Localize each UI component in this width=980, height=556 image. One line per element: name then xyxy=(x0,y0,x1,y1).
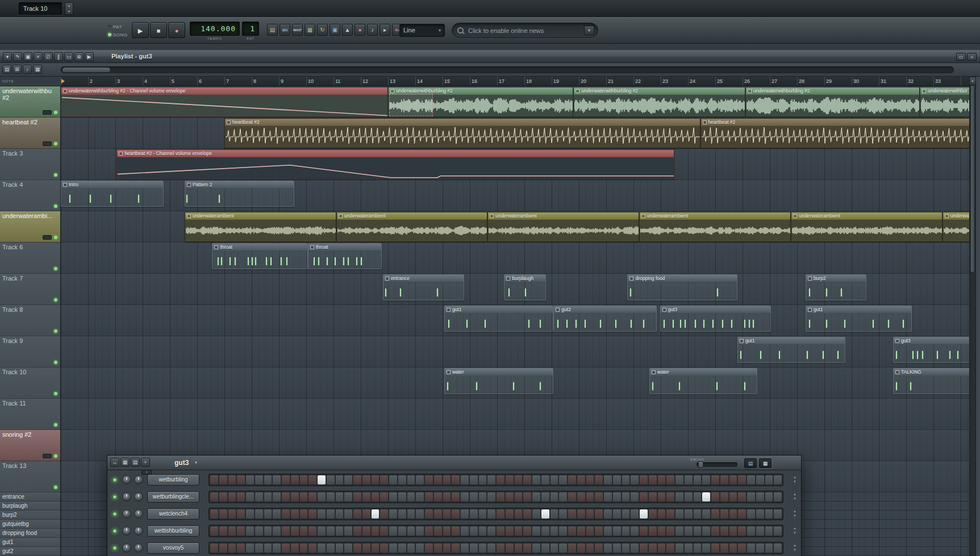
step-cell[interactable] xyxy=(559,492,567,501)
step-cell[interactable] xyxy=(711,475,719,484)
step-cell[interactable] xyxy=(658,492,666,501)
step-cell[interactable] xyxy=(702,509,710,519)
step-cell[interactable] xyxy=(649,509,657,519)
track-header[interactable]: Track 4 xyxy=(0,180,60,211)
pat-label[interactable]: PAT xyxy=(113,24,122,30)
step-cell[interactable] xyxy=(506,509,514,519)
step-cell[interactable] xyxy=(219,492,227,501)
step-cell[interactable] xyxy=(353,492,361,501)
audio-clip[interactable]: underwaterambient xyxy=(943,212,969,242)
step-cell[interactable] xyxy=(720,509,728,519)
clip-header[interactable]: Intro xyxy=(61,181,163,189)
step-cell[interactable] xyxy=(595,475,603,484)
step-cell[interactable] xyxy=(389,475,397,484)
step-cell[interactable] xyxy=(434,492,442,501)
step-cell[interactable] xyxy=(729,509,737,519)
mute-tool-icon[interactable]: ∅ xyxy=(44,52,53,61)
step-cell[interactable] xyxy=(586,475,594,484)
play-button[interactable]: ▶ xyxy=(132,22,149,38)
step-cell[interactable] xyxy=(720,492,728,501)
step-cell[interactable] xyxy=(479,526,487,536)
step-cell[interactable] xyxy=(380,492,388,501)
maximize-button[interactable]: ▭ xyxy=(956,53,966,61)
step-cell[interactable] xyxy=(372,526,380,536)
step-cell[interactable] xyxy=(452,492,460,501)
tempo-display[interactable]: 140.000 xyxy=(190,22,240,36)
step-cell[interactable] xyxy=(228,492,236,501)
rack-grid-icon[interactable]: ▦ xyxy=(120,458,130,467)
step-cell[interactable] xyxy=(487,492,495,501)
track-header[interactable]: underwaterwithbu #2 xyxy=(0,86,60,118)
scroll-up-icon[interactable]: ▲ xyxy=(970,77,975,84)
step-cell[interactable] xyxy=(398,509,406,519)
step-cell[interactable] xyxy=(640,509,648,519)
step-cell[interactable] xyxy=(246,475,254,484)
step-cell[interactable] xyxy=(434,509,442,519)
pattern-clip[interactable]: gut3 xyxy=(660,306,772,332)
horizontal-scrollbar[interactable] xyxy=(61,66,954,73)
track-header[interactable]: gutquietbg xyxy=(0,520,60,529)
step-cell[interactable] xyxy=(389,544,397,553)
step-cell[interactable] xyxy=(353,509,361,519)
step-cell[interactable] xyxy=(246,526,254,536)
step-cell[interactable] xyxy=(523,509,531,519)
step-cell[interactable] xyxy=(568,544,576,553)
step-cell[interactable] xyxy=(541,475,549,484)
step-cell[interactable] xyxy=(264,544,272,553)
pattern-clip[interactable]: gut2 xyxy=(553,306,657,332)
step-cell[interactable] xyxy=(470,492,478,501)
channel-led[interactable] xyxy=(112,512,117,516)
countdown-icon[interactable]: 321 xyxy=(280,24,290,36)
clip-header[interactable]: underwaterwithburbling #2 - Channel volu… xyxy=(61,87,387,95)
step-cell[interactable] xyxy=(685,526,693,536)
clip-header[interactable]: underwaterambient xyxy=(943,212,969,220)
channel-button[interactable]: wetburbling xyxy=(147,474,199,486)
step-cell[interactable] xyxy=(282,509,290,519)
step-cell[interactable] xyxy=(568,492,576,501)
step-cell[interactable] xyxy=(434,475,442,484)
step-cell[interactable] xyxy=(666,509,674,519)
chevron-down-icon[interactable]: ▾ xyxy=(195,460,197,465)
clip-header[interactable]: underwaterwithburbling #2 xyxy=(746,87,919,95)
step-cell[interactable] xyxy=(613,509,621,519)
rack-detach-icon[interactable]: ↔ xyxy=(110,458,119,467)
audio-clip[interactable]: underwaterwithburbling #2 xyxy=(573,87,745,117)
clip-header[interactable]: water xyxy=(445,369,553,376)
step-cell[interactable] xyxy=(372,544,380,553)
step-cell[interactable] xyxy=(541,509,549,519)
step-cell[interactable] xyxy=(604,544,612,553)
step-cell[interactable] xyxy=(487,544,495,553)
step-cell[interactable] xyxy=(559,475,567,484)
step-cell[interactable] xyxy=(631,509,639,519)
pan-knob[interactable] xyxy=(122,544,131,553)
step-cell[interactable] xyxy=(228,544,236,553)
step-cell[interactable] xyxy=(470,509,478,519)
step-cell[interactable] xyxy=(613,492,621,501)
step-cell[interactable] xyxy=(613,526,621,536)
stop-button[interactable]: ■ xyxy=(150,22,167,38)
clip-header[interactable]: underwaterwithburbling #2 xyxy=(574,87,744,95)
step-cell[interactable] xyxy=(506,492,514,501)
step-cell[interactable] xyxy=(577,492,585,501)
step-cell[interactable] xyxy=(210,544,218,553)
step-cell[interactable] xyxy=(720,526,728,536)
step-cell[interactable] xyxy=(738,509,746,519)
step-cell[interactable] xyxy=(452,526,460,536)
step-cell[interactable] xyxy=(694,492,702,501)
step-cell[interactable] xyxy=(380,509,388,519)
step-cell[interactable] xyxy=(273,475,281,484)
step-cell[interactable] xyxy=(416,544,424,553)
step-cell[interactable] xyxy=(506,475,514,484)
pattern-clip[interactable]: dropping food xyxy=(627,274,737,300)
step-cell[interactable] xyxy=(622,509,630,519)
step-cell[interactable] xyxy=(765,509,773,519)
volume-knob[interactable] xyxy=(134,526,143,536)
step-cell[interactable] xyxy=(622,526,630,536)
step-cell[interactable] xyxy=(264,526,272,536)
step-cell[interactable] xyxy=(308,526,316,536)
step-cell[interactable] xyxy=(246,492,254,501)
step-cell[interactable] xyxy=(300,544,308,553)
step-cell[interactable] xyxy=(425,509,433,519)
step-cell[interactable] xyxy=(264,475,272,484)
step-cell[interactable] xyxy=(300,492,308,501)
